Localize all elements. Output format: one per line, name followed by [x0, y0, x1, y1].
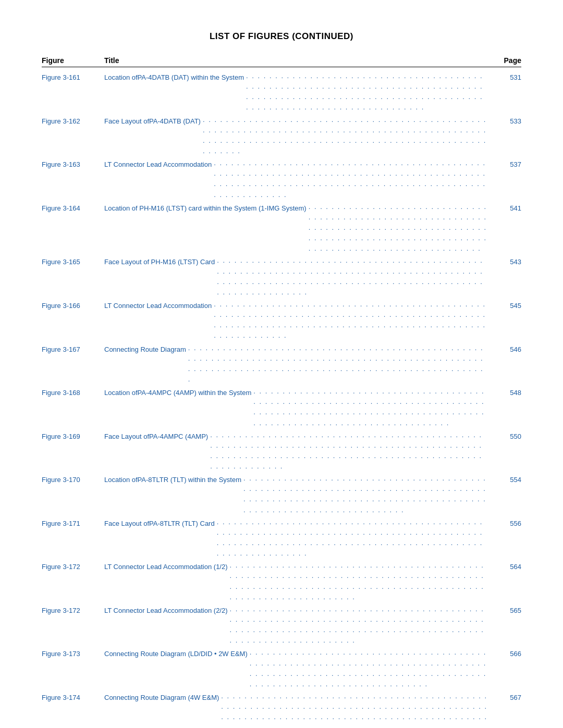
- figure-dots: [253, 388, 488, 429]
- figure-dots: [214, 301, 488, 342]
- figure-dots: [243, 475, 488, 516]
- figure-title-text: Face Layout ofPA-4AMPC (4AMP): [104, 431, 208, 442]
- figure-number[interactable]: Figure 3-163: [42, 159, 99, 170]
- figure-number[interactable]: Figure 3-173: [42, 649, 99, 659]
- figure-page: 537: [490, 159, 521, 170]
- figure-dots: [221, 693, 488, 728]
- table-row[interactable]: Figure 3-163LT Connector Lead Accommodat…: [42, 159, 521, 202]
- figure-number[interactable]: Figure 3-164: [42, 203, 99, 214]
- page-title: LIST OF FIGURES (CONTINUED): [42, 31, 521, 42]
- figure-page: 564: [490, 562, 521, 572]
- figure-number[interactable]: Figure 3-167: [42, 344, 99, 355]
- figure-page: 554: [490, 475, 521, 485]
- figure-page: 543: [490, 257, 521, 267]
- figure-title: LT Connector Lead Accommodation (1/2): [99, 562, 490, 604]
- figure-page: 548: [490, 388, 521, 398]
- page-container: LIST OF FIGURES (CONTINUED) Figure Title…: [0, 0, 563, 728]
- figure-page: 545: [490, 301, 521, 311]
- figure-number[interactable]: Figure 3-174: [42, 693, 99, 703]
- figure-dots: [250, 649, 488, 690]
- column-headers: Figure Title Page: [42, 56, 521, 67]
- figure-title-text: Location ofPA-4AMPC (4AMP) within the Sy…: [104, 388, 251, 398]
- table-row[interactable]: Figure 3-164Location of PH-M16 (LTST) ca…: [42, 203, 521, 256]
- table-row[interactable]: Figure 3-162Face Layout ofPA-4DATB (DAT)…: [42, 116, 521, 159]
- table-row[interactable]: Figure 3-174Connecting Route Diagram (4W…: [42, 693, 521, 728]
- figure-number[interactable]: Figure 3-169: [42, 431, 99, 442]
- figure-title: LT Connector Lead Accommodation: [99, 301, 490, 343]
- figure-title-text: Location of PH-M16 (LTST) card within th…: [104, 203, 307, 214]
- table-row[interactable]: Figure 3-165Face Layout of PH-M16 (LTST)…: [42, 257, 521, 300]
- figure-page: 546: [490, 344, 521, 355]
- figure-title-text: Location ofPA-8TLTR (TLT) within the Sys…: [104, 475, 241, 485]
- figure-title-text: LT Connector Lead Accommodation: [104, 301, 212, 311]
- figure-title-text: Face Layout ofPA-4DATB (DAT): [104, 116, 201, 127]
- figure-title-text: Face Layout ofPA-8TLTR (TLT) Card: [104, 519, 215, 529]
- table-row[interactable]: Figure 3-168Location ofPA-4AMPC (4AMP) w…: [42, 388, 521, 430]
- figure-title-text: LT Connector Lead Accommodation (1/2): [104, 562, 228, 572]
- figure-title-text: Connecting Route Diagram (LD/DID • 2W E&…: [104, 649, 248, 659]
- figure-dots: [230, 562, 488, 603]
- figure-dots: [246, 72, 488, 114]
- figure-title: Face Layout ofPA-8TLTR (TLT) Card: [99, 519, 490, 561]
- toc-list: Figure 3-161Location ofPA-4DATB (DAT) wi…: [42, 72, 521, 728]
- figure-number[interactable]: Figure 3-165: [42, 257, 99, 267]
- figure-title: Connecting Route Diagram: [99, 344, 490, 387]
- figure-title: Face Layout ofPA-4DATB (DAT): [99, 116, 490, 159]
- figure-dots: [188, 344, 488, 386]
- table-row[interactable]: Figure 3-173Connecting Route Diagram (LD…: [42, 649, 521, 692]
- figure-number[interactable]: Figure 3-162: [42, 116, 99, 127]
- figure-title-text: Connecting Route Diagram: [104, 344, 186, 355]
- figure-page: 556: [490, 519, 521, 529]
- col-header-page: Page: [490, 56, 521, 65]
- col-header-figure: Figure: [42, 56, 99, 65]
- figure-title: Location ofPA-8TLTR (TLT) within the Sys…: [99, 475, 490, 517]
- figure-page: 541: [490, 203, 521, 214]
- table-row[interactable]: Figure 3-172LT Connector Lead Accommodat…: [42, 606, 521, 648]
- figure-title: Location of PH-M16 (LTST) card within th…: [99, 203, 490, 256]
- figure-title: LT Connector Lead Accommodation: [99, 159, 490, 202]
- figure-title: Connecting Route Diagram (4W E&M): [99, 693, 490, 728]
- figure-title-text: Location ofPA-4DATB (DAT) within the Sys…: [104, 72, 244, 83]
- figure-title: Face Layout ofPA-4AMPC (4AMP): [99, 431, 490, 474]
- figure-title: Location ofPA-4DATB (DAT) within the Sys…: [99, 72, 490, 115]
- figure-title: Location ofPA-4AMPC (4AMP) within the Sy…: [99, 388, 490, 430]
- figure-number[interactable]: Figure 3-166: [42, 301, 99, 311]
- figure-title-text: Face Layout of PH-M16 (LTST) Card: [104, 257, 215, 267]
- figure-dots: [217, 519, 488, 560]
- table-row[interactable]: Figure 3-171Face Layout ofPA-8TLTR (TLT)…: [42, 519, 521, 561]
- figure-title: LT Connector Lead Accommodation (2/2): [99, 606, 490, 648]
- figure-number[interactable]: Figure 3-172: [42, 562, 99, 572]
- figure-dots: [210, 431, 488, 473]
- table-row[interactable]: Figure 3-161Location ofPA-4DATB (DAT) wi…: [42, 72, 521, 115]
- figure-page: 567: [490, 693, 521, 703]
- figure-title: Face Layout of PH-M16 (LTST) Card: [99, 257, 490, 300]
- figure-dots: [230, 606, 488, 647]
- figure-dots: [217, 257, 488, 298]
- figure-title-text: Connecting Route Diagram (4W E&M): [104, 693, 219, 703]
- figure-number[interactable]: Figure 3-170: [42, 475, 99, 485]
- col-header-title: Title: [99, 56, 490, 65]
- figure-number[interactable]: Figure 3-172: [42, 606, 99, 616]
- figure-page: 533: [490, 116, 521, 127]
- table-row[interactable]: Figure 3-170Location ofPA-8TLTR (TLT) wi…: [42, 475, 521, 517]
- figure-dots: [309, 203, 488, 255]
- figure-page: 566: [490, 649, 521, 659]
- figure-page: 565: [490, 606, 521, 616]
- figure-number[interactable]: Figure 3-171: [42, 519, 99, 529]
- table-row[interactable]: Figure 3-167Connecting Route Diagram546: [42, 344, 521, 387]
- figure-title-text: LT Connector Lead Accommodation (2/2): [104, 606, 228, 616]
- figure-page: 531: [490, 72, 521, 83]
- figure-number[interactable]: Figure 3-161: [42, 72, 99, 83]
- figure-page: 550: [490, 431, 521, 442]
- figure-dots: [203, 116, 488, 157]
- table-row[interactable]: Figure 3-172LT Connector Lead Accommodat…: [42, 562, 521, 604]
- figure-dots: [214, 159, 488, 201]
- figure-title-text: LT Connector Lead Accommodation: [104, 159, 212, 170]
- table-row[interactable]: Figure 3-166LT Connector Lead Accommodat…: [42, 301, 521, 343]
- figure-number[interactable]: Figure 3-168: [42, 388, 99, 398]
- figure-title: Connecting Route Diagram (LD/DID • 2W E&…: [99, 649, 490, 692]
- table-row[interactable]: Figure 3-169Face Layout ofPA-4AMPC (4AMP…: [42, 431, 521, 474]
